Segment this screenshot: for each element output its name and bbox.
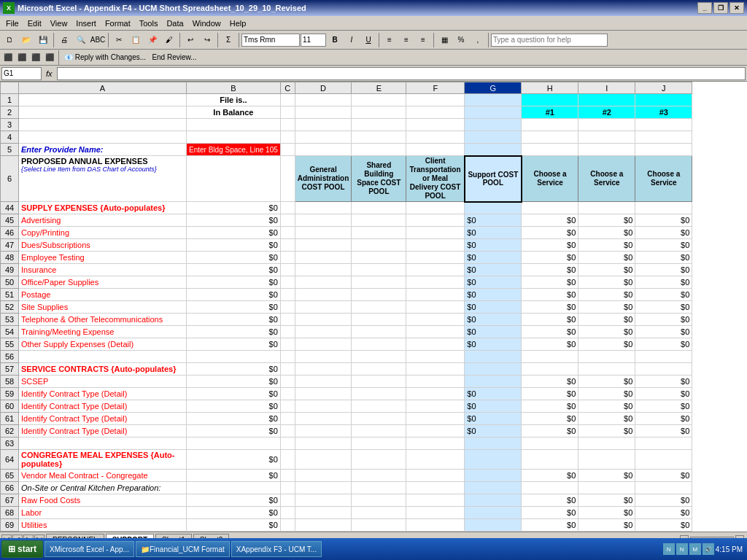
cell-a49[interactable]: Insurance [19, 264, 187, 276]
cell-j4[interactable] [635, 131, 692, 144]
cell-a45[interactable]: Advertising [19, 214, 187, 227]
align-center-button[interactable]: ≡ [398, 32, 414, 48]
cell-d1[interactable] [295, 94, 352, 106]
cell-j3[interactable] [635, 119, 692, 131]
cell-a6[interactable]: PROPOSED ANNUAL EXPENSES {Select Line It… [19, 156, 187, 202]
help-input[interactable] [491, 34, 608, 47]
cell-g5[interactable] [465, 144, 522, 156]
cell-a64[interactable]: CONGREGATE MEAL EXPENSES {Auto-populates… [19, 450, 187, 470]
cell-b44[interactable]: $0 [187, 202, 281, 214]
cell-a59[interactable]: Identify Contract Type (Detail) [19, 388, 187, 400]
cell-a61[interactable]: Identify Contract Type (Detail) [19, 413, 187, 425]
menu-window[interactable]: Window [188, 18, 225, 29]
menu-insert[interactable]: Insert [71, 18, 101, 29]
cell-a58[interactable]: SCSEP [19, 376, 187, 388]
cell-b55[interactable]: $0 [187, 338, 281, 351]
cell-a57[interactable]: SERVICE CONTRACTS {Auto-populates} [19, 363, 187, 376]
cell-b64[interactable]: $0 [187, 450, 281, 470]
cell-b4[interactable] [187, 131, 281, 144]
cell-a69[interactable]: Utilities [19, 519, 187, 532]
cell-a54[interactable]: Training/Meeting Expense [19, 326, 187, 338]
cell-d5[interactable] [295, 144, 352, 156]
col-header-i[interactable]: I [578, 82, 635, 94]
cell-c1[interactable] [280, 94, 295, 106]
toolbar2-btn2[interactable]: ⬛ [15, 51, 28, 64]
cell-i6[interactable]: Choose a Service [578, 156, 635, 202]
cell-f2[interactable] [406, 106, 465, 119]
menu-file[interactable]: File [1, 18, 23, 29]
menu-format[interactable]: Format [101, 18, 135, 29]
cell-b54[interactable]: $0 [187, 326, 281, 338]
cell-c5[interactable] [280, 144, 295, 156]
cell-e3[interactable] [352, 119, 406, 131]
col-header-j[interactable]: J [635, 82, 692, 94]
col-header-b[interactable]: B [187, 82, 281, 94]
cell-e2[interactable] [352, 106, 406, 119]
cell-j5[interactable] [635, 144, 692, 156]
cell-i44[interactable] [578, 202, 635, 214]
cell-b65[interactable]: $0 [187, 470, 281, 482]
cell-a67[interactable]: Raw Food Costs [19, 494, 187, 507]
cell-b59[interactable]: $0 [187, 388, 281, 400]
cell-e1[interactable] [352, 94, 406, 106]
cell-a53[interactable]: Telephone & Other Telecommunications [19, 314, 187, 326]
cell-a46[interactable]: Copy/Printing [19, 227, 187, 239]
formula-input[interactable] [57, 67, 746, 80]
paste-button[interactable]: 📌 [144, 32, 160, 48]
cell-a62[interactable]: Identify Contract Type (Detail) [19, 425, 187, 438]
menu-view[interactable]: View [46, 18, 72, 29]
cell-b67[interactable]: $0 [187, 494, 281, 507]
cell-b45[interactable]: $0 [187, 214, 281, 227]
borders-button[interactable]: ▦ [436, 32, 452, 48]
cell-a50[interactable]: Office/Paper Supplies [19, 276, 187, 289]
cell-b68[interactable]: $0 [187, 507, 281, 519]
cell-i2[interactable]: #2 [578, 106, 635, 119]
cell-f3[interactable] [406, 119, 465, 131]
col-header-g[interactable]: G [465, 82, 522, 94]
cell-g44[interactable] [465, 202, 522, 214]
toolbar2-btn4[interactable]: ⬛ [43, 51, 56, 64]
cell-b62[interactable]: $0 [187, 425, 281, 438]
col-header-f[interactable]: F [406, 82, 465, 94]
undo-button[interactable]: ↩ [182, 32, 198, 48]
start-button[interactable]: ⊞ start [1, 540, 43, 558]
menu-help[interactable]: Help [225, 18, 251, 29]
cell-c4[interactable] [280, 131, 295, 144]
cell-c44[interactable] [280, 202, 295, 214]
cell-a52[interactable]: Site Supplies [19, 301, 187, 314]
cell-b51[interactable]: $0 [187, 289, 281, 301]
cell-i3[interactable] [578, 119, 635, 131]
cell-a65[interactable]: Vendor Meal Contract - Congregate [19, 470, 187, 482]
format-painter-button[interactable]: 🖌 [161, 32, 177, 48]
cell-h4[interactable] [522, 131, 578, 144]
cell-h5[interactable] [522, 144, 578, 156]
cell-b48[interactable]: $0 [187, 252, 281, 264]
print-button[interactable]: 🖨 [56, 32, 72, 48]
cell-a2[interactable] [19, 106, 187, 119]
align-right-button[interactable]: ≡ [415, 32, 431, 48]
cell-f6[interactable]: Client Transportation or Meal Delivery C… [406, 156, 465, 202]
cell-g3[interactable] [465, 119, 522, 131]
cell-f1[interactable] [406, 94, 465, 106]
cell-d2[interactable] [295, 106, 352, 119]
col-header-c[interactable]: C [280, 82, 295, 94]
cell-a51[interactable]: Postage [19, 289, 187, 301]
close-button[interactable]: ✕ [729, 2, 744, 14]
open-button[interactable]: 📂 [18, 32, 34, 48]
font-size-input[interactable] [301, 34, 326, 47]
col-header-a[interactable]: A [19, 82, 187, 94]
cell-h44[interactable] [522, 202, 578, 214]
cell-c3[interactable] [280, 119, 295, 131]
cell-d4[interactable] [295, 131, 352, 144]
menu-tools[interactable]: Tools [135, 18, 163, 29]
cell-i1[interactable] [578, 94, 635, 106]
copy-button[interactable]: 📋 [128, 32, 144, 48]
cell-b52[interactable]: $0 [187, 301, 281, 314]
cell-g2[interactable] [465, 106, 522, 119]
redo-button[interactable]: ↪ [199, 32, 215, 48]
cell-h6[interactable]: Choose a Service [522, 156, 578, 202]
toolbar2-btn1[interactable]: ⬛ [1, 51, 15, 64]
cell-e5[interactable] [352, 144, 406, 156]
cell-a48[interactable]: Employee Testing [19, 252, 187, 264]
cell-b6[interactable] [187, 156, 281, 202]
